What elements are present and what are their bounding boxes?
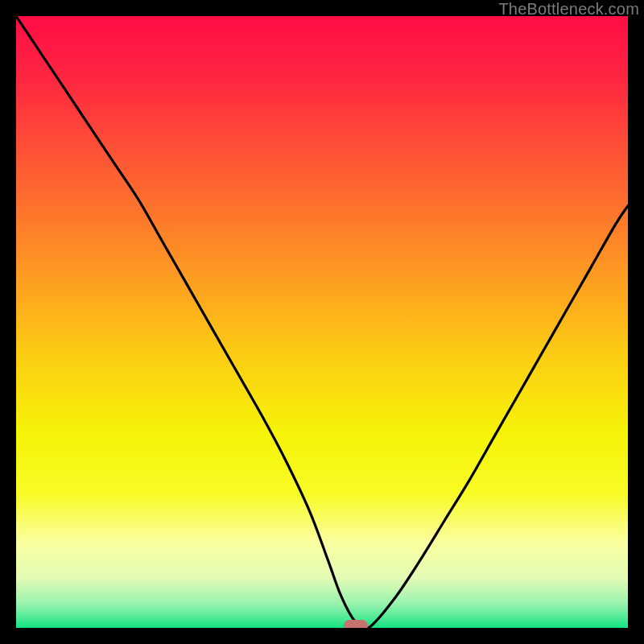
chart-frame: TheBottleneck.com: [0, 0, 644, 644]
plot-area: [16, 16, 628, 628]
bottleneck-curve: [16, 16, 628, 628]
optimal-point-marker: [344, 620, 368, 628]
